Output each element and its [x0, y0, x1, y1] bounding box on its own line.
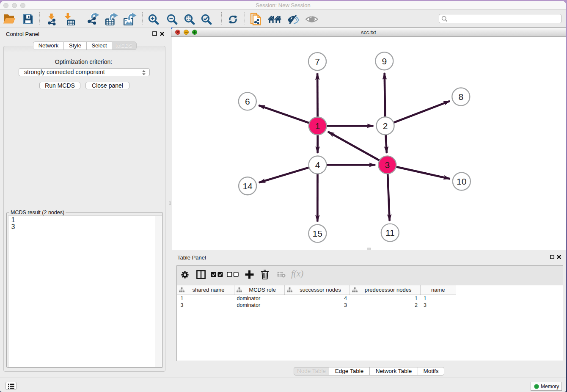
svg-text:1: 1	[315, 121, 320, 131]
svg-text:11: 11	[385, 228, 395, 237]
svg-text:2: 2	[383, 121, 388, 131]
svg-text:10: 10	[457, 177, 466, 186]
svg-text:15: 15	[313, 229, 322, 238]
svg-text:14: 14	[242, 181, 253, 191]
svg-text:4: 4	[315, 160, 320, 170]
svg-text:3: 3	[385, 160, 390, 170]
svg-text:7: 7	[315, 57, 320, 66]
svg-text:6: 6	[245, 97, 250, 106]
svg-text:8: 8	[458, 92, 463, 102]
svg-text:9: 9	[382, 56, 387, 66]
